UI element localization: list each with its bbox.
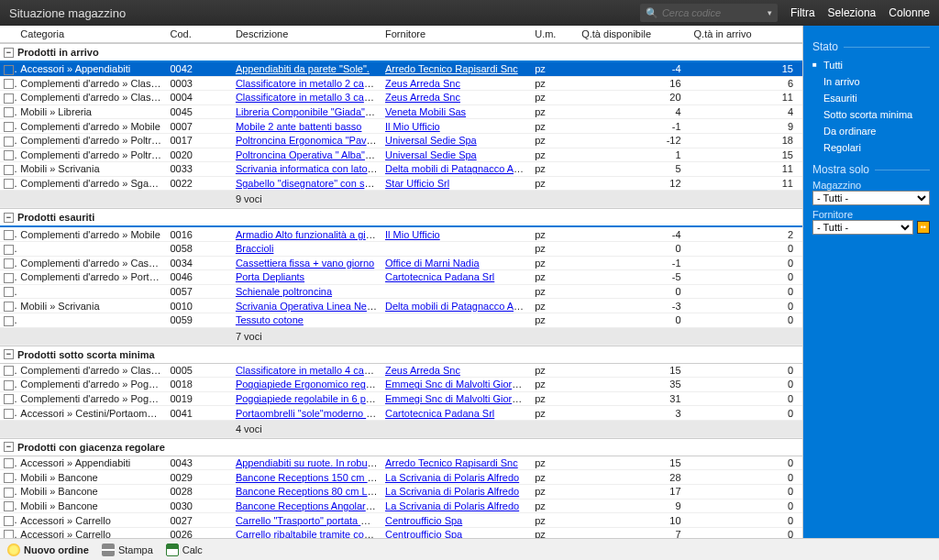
table-row[interactable]: Mobili » Libreria0045Libreria Componibil…: [0, 104, 802, 119]
table-row[interactable]: Complementi d'arredo » Poggiapiede0019Po…: [0, 391, 802, 406]
row-checkbox[interactable]: [4, 394, 14, 404]
cell-fornitore[interactable]: [381, 284, 531, 299]
cell-descrizione[interactable]: Poltroncina Ergonomica "Pavia" a norma 6: [232, 133, 381, 148]
row-checkbox[interactable]: [4, 137, 14, 147]
cell-descrizione[interactable]: Poggiapiede regolabile in 6 posizioni co…: [232, 391, 381, 406]
table-row[interactable]: Accessori » Appendiabiti0042Appendiabiti…: [0, 62, 802, 76]
row-checkbox[interactable]: [4, 258, 14, 269]
search-dropdown-icon[interactable]: ▾: [768, 8, 772, 17]
cell-fornitore[interactable]: Zeus Arreda Snc: [381, 91, 531, 105]
cell-fornitore[interactable]: La Scrivania di Polaris Alfredo: [381, 470, 531, 485]
cell-descrizione[interactable]: Cassettiera fissa + vano giorno: [232, 256, 381, 270]
cell-fornitore[interactable]: Il Mio Ufficio: [381, 119, 531, 134]
table-row[interactable]: 0057Schienale poltroncinapz00: [0, 284, 802, 299]
stato-tutti[interactable]: Tutti: [812, 57, 930, 73]
table-row[interactable]: Mobili » Bancone0030Bancone Receptions A…: [0, 499, 802, 513]
table-row[interactable]: 0058Bracciolipz00: [0, 241, 802, 256]
cell-descrizione[interactable]: Portaombrelli "sole"moderno ed originale…: [232, 406, 381, 421]
row-checkbox[interactable]: [4, 287, 14, 297]
row-checkbox[interactable]: [4, 516, 14, 526]
cell-descrizione[interactable]: Schienale poltroncina: [232, 284, 381, 299]
cell-descrizione[interactable]: Classificatore in metallo 3 cassetti: [232, 91, 381, 105]
grid-area[interactable]: Categoria Cod. Descrizione Fornitore U.m…: [0, 26, 803, 538]
group-header[interactable]: −Prodotti in arrivo: [0, 43, 802, 62]
table-row[interactable]: Complementi d'arredo » Mobile0016Armadio…: [0, 227, 802, 241]
table-row[interactable]: Complementi d'arredo » Cassettiera0034Ca…: [0, 256, 802, 270]
row-checkbox[interactable]: [4, 316, 14, 326]
cell-fornitore[interactable]: Emmegi Snc di Malvolti Giorgio & C.: [381, 391, 531, 406]
cell-fornitore[interactable]: Star Ufficio Srl: [381, 176, 531, 191]
row-checkbox[interactable]: [4, 380, 14, 390]
cell-fornitore[interactable]: Delta mobili di Patagnacco Aurelio: [381, 162, 531, 177]
stato-in-arrivo[interactable]: In arrivo: [812, 73, 930, 90]
cell-descrizione[interactable]: Classificatore in metallo 2 cassetti: [232, 76, 381, 91]
fornitore-extra-button[interactable]: ••: [917, 221, 930, 234]
row-checkbox[interactable]: [4, 473, 14, 483]
col-um[interactable]: U.m.: [531, 26, 578, 43]
cell-descrizione[interactable]: Armadio Alto funzionalità a giorno: [232, 227, 381, 241]
cell-fornitore[interactable]: [381, 313, 531, 327]
stato-sotto[interactable]: Sotto scorta minima: [812, 106, 930, 123]
row-checkbox[interactable]: [4, 230, 14, 240]
cell-descrizione[interactable]: Braccioli: [232, 241, 381, 256]
group-header[interactable]: −Prodotti con giacenza regolare: [0, 438, 802, 456]
col-cod[interactable]: Cod.: [167, 26, 232, 43]
cell-descrizione[interactable]: Bancone Receptions 80 cm Linea "Arcadi: [232, 485, 381, 500]
new-order-button[interactable]: Nuovo ordine: [7, 544, 89, 556]
table-row[interactable]: Complementi d'arredo » Classificatore000…: [0, 91, 802, 105]
row-checkbox[interactable]: [4, 488, 14, 498]
cell-descrizione[interactable]: Scrivania informatica con lato curvo a D…: [232, 162, 381, 177]
table-row[interactable]: Mobili » Scrivania0010Scrivania Operativ…: [0, 299, 802, 313]
row-checkbox[interactable]: [4, 107, 14, 117]
row-checkbox[interactable]: [4, 122, 14, 132]
col-fornitore[interactable]: Fornitore: [381, 26, 531, 43]
row-checkbox[interactable]: [4, 501, 14, 511]
print-button[interactable]: Stampa: [102, 544, 153, 556]
cell-fornitore[interactable]: Delta mobili di Patagnacco Aurelio: [381, 299, 531, 313]
cell-descrizione[interactable]: Appendiabiti su ruote. In robusto metall…: [232, 456, 381, 470]
col-qd[interactable]: Q.tà disponibile: [578, 26, 690, 43]
cell-descrizione[interactable]: Libreria Componibile "Giada" alta 6 ripi…: [232, 104, 381, 119]
row-checkbox[interactable]: [4, 150, 14, 160]
cell-fornitore[interactable]: Arredo Tecnico Rapisardi Snc: [381, 62, 531, 76]
table-row[interactable]: 0059Tessuto cotonepz00: [0, 313, 802, 327]
cell-descrizione[interactable]: Mobile 2 ante battenti basso: [232, 119, 381, 134]
col-categoria[interactable]: Categoria: [17, 26, 166, 43]
cell-fornitore[interactable]: Arredo Tecnico Rapisardi Snc: [381, 456, 531, 470]
row-checkbox[interactable]: [4, 409, 14, 419]
cell-descrizione[interactable]: Classificatore in metallo 4 cassetti: [232, 364, 381, 378]
table-row[interactable]: Complementi d'arredo » Poltroncina0017Po…: [0, 133, 802, 148]
filter-link[interactable]: Filtra: [790, 6, 815, 19]
cell-descrizione[interactable]: Appendiabiti da parete "Sole".: [232, 62, 381, 76]
cell-fornitore[interactable]: Universal Sedie Spa: [381, 148, 531, 162]
row-checkbox[interactable]: [4, 79, 14, 89]
cell-fornitore[interactable]: Centroufficio Spa: [381, 513, 531, 528]
magazzino-select[interactable]: - Tutti -: [812, 191, 930, 205]
cell-fornitore[interactable]: Zeus Arreda Snc: [381, 76, 531, 91]
cell-fornitore[interactable]: La Scrivania di Polaris Alfredo: [381, 499, 531, 513]
collapse-icon[interactable]: −: [4, 213, 14, 223]
row-checkbox[interactable]: [4, 245, 14, 255]
collapse-icon[interactable]: −: [4, 442, 14, 452]
table-row[interactable]: Complementi d'arredo » Classificatore000…: [0, 364, 802, 378]
row-checkbox[interactable]: [4, 179, 14, 189]
row-checkbox[interactable]: [4, 93, 14, 104]
cell-fornitore[interactable]: Veneta Mobili Sas: [381, 104, 531, 119]
cell-fornitore[interactable]: Office di Marni Nadia: [381, 256, 531, 270]
row-checkbox[interactable]: [4, 65, 14, 75]
stato-da-ordinare[interactable]: Da ordinare: [812, 123, 930, 139]
table-row[interactable]: Accessori » Carrello0027Carrello "Traspo…: [0, 513, 802, 528]
collapse-icon[interactable]: −: [4, 349, 14, 359]
cell-descrizione[interactable]: Sgabello "disegnatore" con sedile regola…: [232, 176, 381, 191]
row-checkbox[interactable]: [4, 458, 14, 468]
search-input[interactable]: [662, 7, 754, 18]
cell-descrizione[interactable]: Porta Depliants: [232, 270, 381, 285]
cell-descrizione[interactable]: Poltroncina Operativa " Alba" Design mod: [232, 148, 381, 162]
table-row[interactable]: Mobili » Bancone0028Bancone Receptions 8…: [0, 485, 802, 500]
columns-link[interactable]: Colonne: [889, 6, 930, 19]
cell-descrizione[interactable]: Bancone Receptions 150 cm Linea "Arcad: [232, 470, 381, 485]
cell-fornitore[interactable]: Cartotecnica Padana Srl: [381, 270, 531, 285]
cell-fornitore[interactable]: La Scrivania di Polaris Alfredo: [381, 485, 531, 500]
cell-fornitore[interactable]: [381, 241, 531, 256]
table-row[interactable]: Complementi d'arredo » Poltroncina0020Po…: [0, 148, 802, 162]
